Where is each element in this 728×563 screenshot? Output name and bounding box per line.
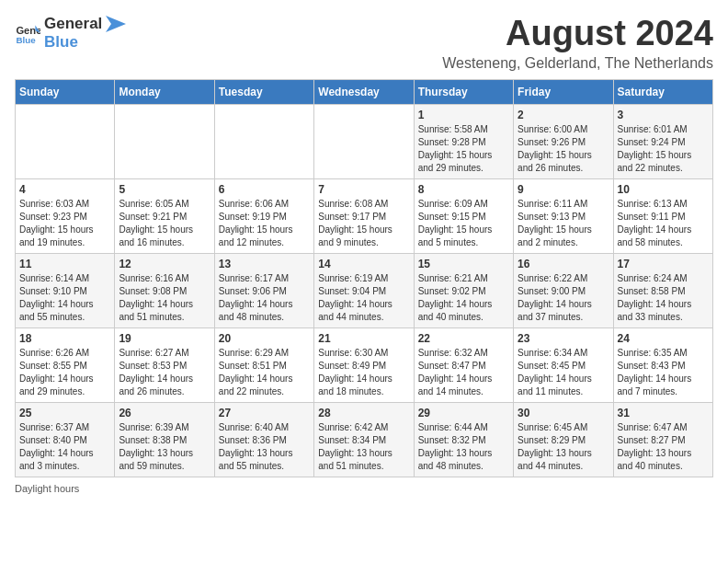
header: General Blue General Blue August 2024 We… bbox=[15, 15, 713, 72]
calendar-week-row: 18Sunrise: 6:26 AM Sunset: 8:55 PM Dayli… bbox=[16, 327, 713, 402]
calendar-day-cell: 24Sunrise: 6:35 AM Sunset: 8:43 PM Dayli… bbox=[613, 327, 712, 402]
svg-marker-3 bbox=[106, 16, 126, 32]
day-number: 29 bbox=[418, 407, 509, 419]
calendar-day-cell: 5Sunrise: 6:05 AM Sunset: 9:21 PM Daylig… bbox=[115, 178, 214, 253]
day-number: 9 bbox=[518, 183, 609, 196]
calendar-day-cell: 7Sunrise: 6:08 AM Sunset: 9:17 PM Daylig… bbox=[314, 178, 414, 253]
month-title: August 2024 bbox=[442, 15, 713, 53]
calendar-day-cell: 11Sunrise: 6:14 AM Sunset: 9:10 PM Dayli… bbox=[16, 253, 115, 327]
day-info: Sunrise: 6:06 AM Sunset: 9:19 PM Dayligh… bbox=[219, 198, 310, 249]
day-info: Sunrise: 6:00 AM Sunset: 9:26 PM Dayligh… bbox=[518, 123, 609, 175]
day-number: 20 bbox=[219, 332, 310, 345]
day-number: 25 bbox=[19, 407, 110, 419]
calendar-header-cell: Sunday bbox=[16, 79, 115, 104]
calendar-day-cell: 25Sunrise: 6:37 AM Sunset: 8:40 PM Dayli… bbox=[16, 402, 115, 477]
day-number: 2 bbox=[518, 109, 609, 121]
day-number: 12 bbox=[119, 258, 210, 270]
day-info: Sunrise: 6:05 AM Sunset: 9:21 PM Dayligh… bbox=[119, 198, 210, 249]
day-number: 3 bbox=[618, 109, 709, 121]
day-number: 19 bbox=[119, 332, 210, 345]
day-info: Sunrise: 6:21 AM Sunset: 9:02 PM Dayligh… bbox=[418, 272, 509, 324]
day-number: 30 bbox=[518, 407, 609, 419]
day-number: 13 bbox=[219, 258, 310, 270]
day-number: 1 bbox=[418, 109, 509, 121]
calendar-day-cell: 17Sunrise: 6:24 AM Sunset: 8:58 PM Dayli… bbox=[613, 253, 712, 327]
arrow-logo-icon bbox=[106, 16, 126, 32]
calendar-day-cell bbox=[16, 104, 115, 178]
calendar-header-row: SundayMondayTuesdayWednesdayThursdayFrid… bbox=[16, 79, 713, 104]
daylight-label: Daylight hours bbox=[15, 483, 79, 494]
day-number: 18 bbox=[19, 332, 110, 345]
footer: Daylight hours bbox=[15, 483, 713, 494]
calendar-day-cell: 19Sunrise: 6:27 AM Sunset: 8:53 PM Dayli… bbox=[115, 327, 214, 402]
day-info: Sunrise: 6:19 AM Sunset: 9:04 PM Dayligh… bbox=[318, 272, 409, 324]
calendar-week-row: 25Sunrise: 6:37 AM Sunset: 8:40 PM Dayli… bbox=[16, 402, 713, 477]
day-info: Sunrise: 6:37 AM Sunset: 8:40 PM Dayligh… bbox=[19, 421, 110, 473]
day-number: 4 bbox=[19, 183, 110, 196]
day-info: Sunrise: 6:42 AM Sunset: 8:34 PM Dayligh… bbox=[318, 421, 409, 473]
logo: General Blue General Blue bbox=[15, 15, 126, 52]
calendar-day-cell: 4Sunrise: 6:03 AM Sunset: 9:23 PM Daylig… bbox=[16, 178, 115, 253]
calendar-header-cell: Tuesday bbox=[214, 79, 313, 104]
calendar-day-cell: 21Sunrise: 6:30 AM Sunset: 8:49 PM Dayli… bbox=[314, 327, 414, 402]
calendar-day-cell bbox=[214, 104, 313, 178]
calendar-day-cell: 6Sunrise: 6:06 AM Sunset: 9:19 PM Daylig… bbox=[214, 178, 313, 253]
day-info: Sunrise: 6:45 AM Sunset: 8:29 PM Dayligh… bbox=[518, 421, 609, 473]
calendar-day-cell bbox=[115, 104, 214, 178]
day-number: 22 bbox=[418, 332, 509, 345]
calendar-header-cell: Friday bbox=[514, 79, 613, 104]
svg-text:Blue: Blue bbox=[16, 35, 36, 45]
subtitle: Westeneng, Gelderland, The Netherlands bbox=[442, 55, 713, 72]
day-number: 6 bbox=[219, 183, 310, 196]
day-info: Sunrise: 6:16 AM Sunset: 9:08 PM Dayligh… bbox=[119, 272, 210, 324]
calendar-day-cell: 10Sunrise: 6:13 AM Sunset: 9:11 PM Dayli… bbox=[613, 178, 712, 253]
calendar-week-row: 11Sunrise: 6:14 AM Sunset: 9:10 PM Dayli… bbox=[16, 253, 713, 327]
day-number: 17 bbox=[618, 258, 709, 270]
day-info: Sunrise: 6:13 AM Sunset: 9:11 PM Dayligh… bbox=[618, 198, 709, 249]
day-info: Sunrise: 6:29 AM Sunset: 8:51 PM Dayligh… bbox=[219, 347, 310, 398]
day-info: Sunrise: 6:01 AM Sunset: 9:24 PM Dayligh… bbox=[618, 123, 709, 175]
day-number: 10 bbox=[618, 183, 709, 196]
calendar-week-row: 4Sunrise: 6:03 AM Sunset: 9:23 PM Daylig… bbox=[16, 178, 713, 253]
day-info: Sunrise: 6:30 AM Sunset: 8:49 PM Dayligh… bbox=[318, 347, 409, 398]
day-number: 23 bbox=[518, 332, 609, 345]
day-info: Sunrise: 6:24 AM Sunset: 8:58 PM Dayligh… bbox=[618, 272, 709, 324]
calendar-day-cell: 28Sunrise: 6:42 AM Sunset: 8:34 PM Dayli… bbox=[314, 402, 414, 477]
day-info: Sunrise: 6:03 AM Sunset: 9:23 PM Dayligh… bbox=[19, 198, 110, 249]
calendar-day-cell: 18Sunrise: 6:26 AM Sunset: 8:55 PM Dayli… bbox=[16, 327, 115, 402]
day-number: 8 bbox=[418, 183, 509, 196]
day-info: Sunrise: 6:44 AM Sunset: 8:32 PM Dayligh… bbox=[418, 421, 509, 473]
calendar-week-row: 1Sunrise: 5:58 AM Sunset: 9:28 PM Daylig… bbox=[16, 104, 713, 178]
day-number: 15 bbox=[418, 258, 509, 270]
calendar-day-cell: 3Sunrise: 6:01 AM Sunset: 9:24 PM Daylig… bbox=[613, 104, 712, 178]
day-info: Sunrise: 6:47 AM Sunset: 8:27 PM Dayligh… bbox=[618, 421, 709, 473]
calendar-day-cell: 13Sunrise: 6:17 AM Sunset: 9:06 PM Dayli… bbox=[214, 253, 313, 327]
day-number: 5 bbox=[119, 183, 210, 196]
calendar-day-cell: 29Sunrise: 6:44 AM Sunset: 8:32 PM Dayli… bbox=[414, 402, 513, 477]
calendar-day-cell: 14Sunrise: 6:19 AM Sunset: 9:04 PM Dayli… bbox=[314, 253, 414, 327]
day-info: Sunrise: 6:39 AM Sunset: 8:38 PM Dayligh… bbox=[119, 421, 210, 473]
day-info: Sunrise: 6:35 AM Sunset: 8:43 PM Dayligh… bbox=[618, 347, 709, 398]
day-number: 24 bbox=[618, 332, 709, 345]
day-info: Sunrise: 6:08 AM Sunset: 9:17 PM Dayligh… bbox=[318, 198, 409, 249]
calendar-header-cell: Wednesday bbox=[314, 79, 414, 104]
calendar-day-cell: 23Sunrise: 6:34 AM Sunset: 8:45 PM Dayli… bbox=[514, 327, 613, 402]
day-number: 11 bbox=[19, 258, 110, 270]
day-number: 26 bbox=[119, 407, 210, 419]
day-info: Sunrise: 6:22 AM Sunset: 9:00 PM Dayligh… bbox=[518, 272, 609, 324]
calendar-header-cell: Monday bbox=[115, 79, 214, 104]
calendar-day-cell: 20Sunrise: 6:29 AM Sunset: 8:51 PM Dayli… bbox=[214, 327, 313, 402]
day-number: 14 bbox=[318, 258, 409, 270]
calendar-day-cell: 26Sunrise: 6:39 AM Sunset: 8:38 PM Dayli… bbox=[115, 402, 214, 477]
day-info: Sunrise: 6:40 AM Sunset: 8:36 PM Dayligh… bbox=[219, 421, 310, 473]
day-info: Sunrise: 6:34 AM Sunset: 8:45 PM Dayligh… bbox=[518, 347, 609, 398]
calendar-day-cell: 12Sunrise: 6:16 AM Sunset: 9:08 PM Dayli… bbox=[115, 253, 214, 327]
day-number: 21 bbox=[318, 332, 409, 345]
day-info: Sunrise: 6:27 AM Sunset: 8:53 PM Dayligh… bbox=[119, 347, 210, 398]
calendar-day-cell: 2Sunrise: 6:00 AM Sunset: 9:26 PM Daylig… bbox=[514, 104, 613, 178]
day-number: 7 bbox=[318, 183, 409, 196]
title-area: August 2024 Westeneng, Gelderland, The N… bbox=[442, 15, 713, 72]
day-info: Sunrise: 6:26 AM Sunset: 8:55 PM Dayligh… bbox=[19, 347, 110, 398]
calendar-body: 1Sunrise: 5:58 AM Sunset: 9:28 PM Daylig… bbox=[16, 104, 713, 477]
calendar-day-cell: 8Sunrise: 6:09 AM Sunset: 9:15 PM Daylig… bbox=[414, 178, 513, 253]
